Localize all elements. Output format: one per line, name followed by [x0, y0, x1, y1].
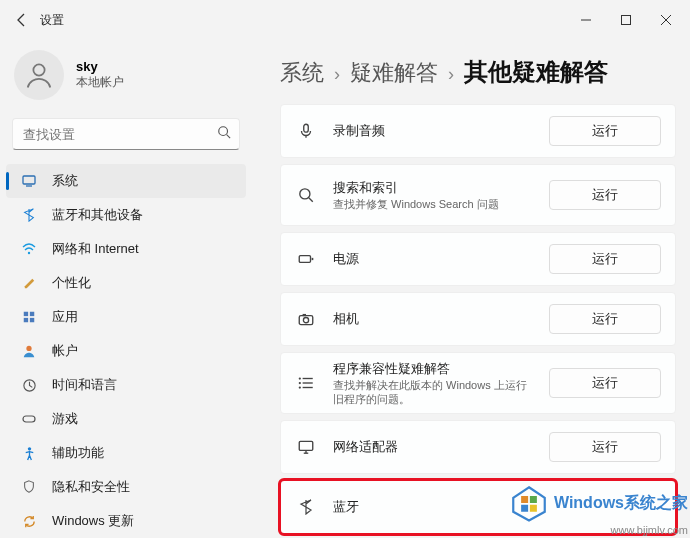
minimize-button[interactable]: [566, 0, 606, 40]
shield-icon: [20, 478, 38, 496]
search-icon: [295, 186, 317, 204]
chevron-right-icon: ›: [448, 64, 454, 85]
update-icon: [20, 512, 38, 530]
user-subtitle: 本地帐户: [76, 74, 124, 91]
window-title: 设置: [40, 12, 64, 29]
camera-icon: [295, 310, 317, 328]
monitor-icon: [295, 438, 317, 456]
svg-line-18: [309, 198, 313, 202]
troubleshooter-item-search-index: 搜索和索引 查找并修复 Windows Search 问题 运行: [280, 164, 676, 226]
run-button[interactable]: 运行: [549, 304, 661, 334]
crumb-troubleshoot[interactable]: 疑难解答: [350, 58, 438, 88]
troubleshooter-item-network-adapter: 网络适配器 运行: [280, 420, 676, 474]
svg-point-15: [27, 447, 30, 450]
nav-item-privacy[interactable]: 隐私和安全性: [6, 470, 246, 504]
maximize-button[interactable]: [606, 0, 646, 40]
nav-item-apps[interactable]: 应用: [6, 300, 246, 334]
nav-item-system[interactable]: 系统: [6, 164, 246, 198]
svg-rect-16: [304, 124, 309, 132]
item-subtitle: 查找并修复 Windows Search 问题: [333, 197, 533, 211]
svg-rect-8: [24, 312, 28, 316]
svg-point-28: [299, 382, 301, 384]
nav-item-gaming[interactable]: 游戏: [6, 402, 246, 436]
crumb-current: 其他疑难解答: [464, 56, 608, 88]
search-box[interactable]: [12, 118, 240, 150]
item-title: 电源: [333, 250, 533, 268]
nav-label: 时间和语言: [52, 376, 117, 394]
item-title: 网络适配器: [333, 438, 533, 456]
nav-list: 系统 蓝牙和其他设备 网络和 Internet 个性化 应用 帐户: [0, 164, 252, 538]
nav-item-accounts[interactable]: 帐户: [6, 334, 246, 368]
svg-point-17: [300, 189, 310, 199]
svg-point-29: [299, 386, 301, 388]
nav-item-network[interactable]: 网络和 Internet: [6, 232, 246, 266]
wifi-icon: [20, 240, 38, 258]
nav-label: 隐私和安全性: [52, 478, 130, 496]
breadcrumb: 系统 › 疑难解答 › 其他疑难解答: [280, 56, 676, 88]
troubleshooter-item-record-audio: 录制音频 运行: [280, 104, 676, 158]
svg-line-4: [227, 135, 231, 139]
svg-rect-30: [299, 441, 313, 450]
back-button[interactable]: [4, 0, 40, 40]
nav-item-personalization[interactable]: 个性化: [6, 266, 246, 300]
battery-icon: [295, 250, 317, 268]
svg-point-12: [26, 346, 31, 351]
chevron-right-icon: ›: [334, 64, 340, 85]
nav-label: 网络和 Internet: [52, 240, 139, 258]
gamepad-icon: [20, 410, 38, 428]
accessibility-icon: [20, 444, 38, 462]
brush-icon: [20, 274, 38, 292]
item-title: 程序兼容性疑难解答: [333, 360, 533, 378]
svg-rect-5: [23, 176, 35, 184]
list-icon: [295, 374, 317, 392]
clock-globe-icon: [20, 376, 38, 394]
nav-item-accessibility[interactable]: 辅助功能: [6, 436, 246, 470]
search-input[interactable]: [23, 127, 217, 142]
nav-label: Windows 更新: [52, 512, 134, 530]
svg-point-3: [219, 127, 228, 136]
user-block[interactable]: sky 本地帐户: [0, 40, 252, 114]
item-title: 搜索和索引: [333, 179, 533, 197]
svg-point-22: [303, 318, 308, 323]
avatar: [14, 50, 64, 100]
svg-rect-10: [24, 318, 28, 322]
user-name: sky: [76, 59, 124, 74]
svg-rect-14: [23, 416, 35, 422]
nav-label: 辅助功能: [52, 444, 104, 462]
troubleshooter-item-camera: 相机 运行: [280, 292, 676, 346]
run-button[interactable]: 运行: [549, 180, 661, 210]
close-button[interactable]: [646, 0, 686, 40]
troubleshooter-item-bluetooth: 蓝牙: [280, 480, 676, 534]
run-button[interactable]: 运行: [549, 116, 661, 146]
bluetooth-icon: [295, 499, 317, 515]
main-panel: 系统 › 疑难解答 › 其他疑难解答 录制音频 运行 搜索和索引 查找并修复 W…: [260, 40, 690, 538]
svg-rect-20: [312, 258, 314, 260]
search-icon: [217, 125, 231, 143]
troubleshooter-item-power: 电源 运行: [280, 232, 676, 286]
svg-rect-9: [30, 312, 34, 316]
apps-icon: [20, 308, 38, 326]
item-title: 录制音频: [333, 122, 533, 140]
svg-point-27: [299, 377, 301, 379]
bluetooth-icon: [20, 206, 38, 224]
run-button[interactable]: 运行: [549, 432, 661, 462]
sidebar: sky 本地帐户 系统 蓝牙和其他设备 网络和 Internet: [0, 40, 260, 538]
system-icon: [20, 172, 38, 190]
nav-item-windows-update[interactable]: Windows 更新: [6, 504, 246, 538]
item-subtitle: 查找并解决在此版本的 Windows 上运行旧程序的问题。: [333, 378, 533, 407]
crumb-system[interactable]: 系统: [280, 58, 324, 88]
run-button[interactable]: 运行: [549, 244, 661, 274]
nav-label: 帐户: [52, 342, 78, 360]
item-title: 相机: [333, 310, 533, 328]
svg-rect-19: [299, 256, 310, 263]
troubleshooter-list: 录制音频 运行 搜索和索引 查找并修复 Windows Search 问题 运行…: [280, 104, 676, 534]
nav-item-bluetooth[interactable]: 蓝牙和其他设备: [6, 198, 246, 232]
svg-point-7: [28, 252, 30, 254]
item-title: 蓝牙: [333, 498, 661, 516]
run-button[interactable]: 运行: [549, 368, 661, 398]
nav-item-time-language[interactable]: 时间和语言: [6, 368, 246, 402]
nav-label: 游戏: [52, 410, 78, 428]
nav-label: 蓝牙和其他设备: [52, 206, 143, 224]
nav-label: 个性化: [52, 274, 91, 292]
svg-rect-1: [622, 16, 631, 25]
